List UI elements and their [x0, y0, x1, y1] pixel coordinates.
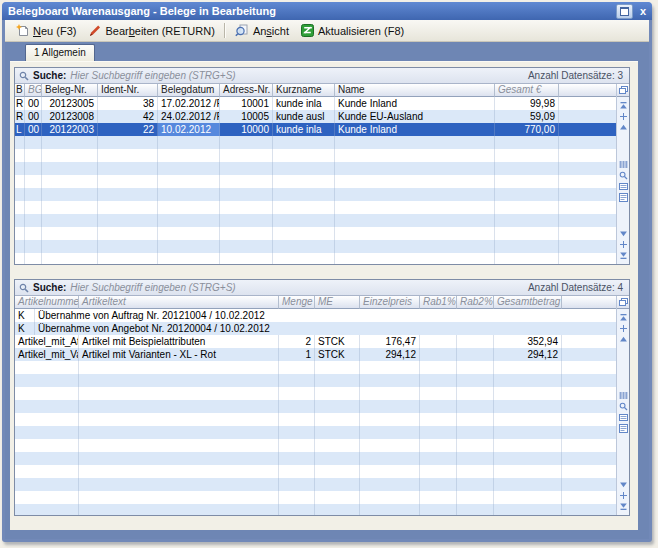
cell-kurzname[interactable]: kunde inla [273, 97, 335, 110]
col-header-einzelpreis[interactable]: Einzelpreis [360, 296, 420, 309]
col-header-rab2[interactable]: Rab2% [457, 296, 494, 309]
cell-name[interactable]: Kunde Inland [335, 123, 495, 136]
cell-note-text[interactable]: Übernahme von Auftrag Nr. 20121004 / 10.… [35, 309, 616, 322]
zoom-icon[interactable] [618, 401, 629, 412]
cell-gesamtbetrag[interactable]: 294,12 [494, 348, 562, 361]
refresh-button[interactable]: Aktualisieren (F8) [295, 22, 410, 39]
col-header-me[interactable]: ME [315, 296, 360, 309]
cell-einzelpreis[interactable]: 176,47 [360, 335, 420, 348]
cell-menge[interactable]: 1 [279, 348, 315, 361]
column-chooser-icon[interactable] [617, 84, 630, 97]
position-note-row[interactable]: K Übernahme von Auftrag Nr. 20121004 / 1… [15, 309, 616, 322]
row-up-icon[interactable] [618, 122, 629, 133]
edit-button[interactable]: Bearbeiten (RETURN) [82, 22, 220, 39]
cell-gesamt[interactable]: 59,09 [495, 110, 559, 123]
col-header-beleg-nr[interactable]: Beleg-Nr. [42, 84, 98, 97]
cell-kurzname[interactable]: kunde inla [273, 123, 335, 136]
goto-last-icon[interactable] [618, 250, 629, 261]
nav-plus-down-icon[interactable] [618, 490, 629, 501]
col-header-rab1[interactable]: Rab1% [420, 296, 457, 309]
cell-b[interactable]: L [15, 123, 25, 136]
col-header-bg[interactable]: BG [25, 84, 42, 97]
cell-b[interactable]: R [15, 110, 25, 123]
cell-bg[interactable]: 00 [25, 97, 42, 110]
cell-me[interactable]: STCK [315, 335, 360, 348]
col-header-gesamtbetrag[interactable]: Gesamtbetrag [494, 296, 562, 309]
cell-bg[interactable]: 00 [25, 110, 42, 123]
goto-first-icon[interactable] [618, 312, 629, 323]
nav-plus-up-icon[interactable] [618, 323, 629, 334]
col-header-menge[interactable]: Menge [279, 296, 315, 309]
cell-k[interactable]: K [15, 309, 35, 322]
position-row[interactable]: Artikel_mit_Attribu Artikel mit Beispiel… [15, 335, 616, 348]
grid-columns-icon[interactable] [618, 159, 629, 170]
row-down-icon[interactable] [618, 228, 629, 239]
cell-b[interactable]: R [15, 97, 25, 110]
nav-plus-up-icon[interactable] [618, 111, 629, 122]
cell-name[interactable]: Kunde EU-Ausland [335, 110, 495, 123]
cell-beleg-nr[interactable]: 20123008 [42, 110, 98, 123]
goto-first-icon[interactable] [618, 100, 629, 111]
cell-rab2[interactable] [457, 348, 494, 361]
cell-artikeltext[interactable]: Artikel mit Beispielattributen [79, 335, 279, 348]
zoom-icon[interactable] [618, 170, 629, 181]
cell-gesamt[interactable]: 99,98 [495, 97, 559, 110]
cell-gesamtbetrag[interactable]: 352,94 [494, 335, 562, 348]
cell-belegdatum[interactable]: 24.02.2012 /Fr [158, 110, 220, 123]
cell-kurzname[interactable]: kunde ausl [273, 110, 335, 123]
col-header-adress-nr[interactable]: Adress-Nr. [220, 84, 273, 97]
cell-k[interactable]: K [15, 322, 35, 335]
row-down-icon[interactable] [618, 479, 629, 490]
col-header-gesamt[interactable]: Gesamt € [495, 84, 559, 97]
cell-ident-nr[interactable]: 42 [98, 110, 158, 123]
position-row[interactable]: Artikel_mit_Variant Artikel mit Variante… [15, 348, 616, 361]
goto-last-icon[interactable] [618, 501, 629, 512]
cell-rab2[interactable] [457, 335, 494, 348]
close-button[interactable]: x [640, 4, 646, 18]
cell-menge[interactable]: 2 [279, 335, 315, 348]
document-row-selected[interactable]: L 00 20122003 22 10.02.2012 10000 kunde … [15, 123, 616, 136]
cell-belegdatum-focused[interactable]: 10.02.2012 [158, 123, 220, 136]
cell-einzelpreis[interactable]: 294,12 [360, 348, 420, 361]
col-header-name[interactable]: Name [335, 84, 495, 97]
document-row[interactable]: R 00 20123005 38 17.02.2012 /Fr 10001 ku… [15, 97, 616, 110]
column-chooser-icon[interactable] [617, 296, 630, 309]
cell-artikelnummer[interactable]: Artikel_mit_Attribu [15, 335, 79, 348]
grid-columns-icon[interactable] [618, 390, 629, 401]
cell-beleg-nr[interactable]: 20123005 [42, 97, 98, 110]
cell-adress-nr[interactable]: 10005 [220, 110, 273, 123]
col-header-belegdatum[interactable]: Belegdatum [158, 84, 220, 97]
list-icon[interactable] [618, 192, 629, 203]
nav-plus-down-icon[interactable] [618, 239, 629, 250]
details-icon[interactable] [618, 412, 629, 423]
col-header-kurzname[interactable]: Kurzname [273, 84, 335, 97]
cell-belegdatum[interactable]: 17.02.2012 /Fr [158, 97, 220, 110]
col-header-artikeltext[interactable]: Artikeltext [79, 296, 279, 309]
cell-adress-nr[interactable]: 10001 [220, 97, 273, 110]
document-row[interactable]: R 00 20123008 42 24.02.2012 /Fr 10005 ku… [15, 110, 616, 123]
details-icon[interactable] [618, 181, 629, 192]
cell-rab1[interactable] [420, 348, 457, 361]
restore-button[interactable] [616, 4, 633, 19]
row-up-icon[interactable] [618, 334, 629, 345]
cell-beleg-nr[interactable]: 20122003 [42, 123, 98, 136]
list-icon[interactable] [618, 423, 629, 434]
cell-ident-nr[interactable]: 22 [98, 123, 158, 136]
cell-ident-nr[interactable]: 38 [98, 97, 158, 110]
cell-bg[interactable]: 00 [25, 123, 42, 136]
view-button[interactable]: Ansicht [229, 22, 295, 39]
cell-artikeltext[interactable]: Artikel mit Varianten - XL - Rot [79, 348, 279, 361]
cell-adress-nr[interactable]: 10000 [220, 123, 273, 136]
col-header-artikelnummer[interactable]: Artikelnummer [15, 296, 79, 309]
new-button[interactable]: Neu (F3) [10, 22, 82, 39]
cell-gesamt[interactable]: 770,00 [495, 123, 559, 136]
col-header-b[interactable]: B [15, 84, 25, 97]
position-note-row[interactable]: K Übernahme von Angebot Nr. 20120004 / 1… [15, 322, 616, 335]
positions-search-input[interactable] [70, 282, 524, 294]
cell-name[interactable]: Kunde Inland [335, 97, 495, 110]
cell-artikelnummer[interactable]: Artikel_mit_Variant [15, 348, 79, 361]
cell-me[interactable]: STCK [315, 348, 360, 361]
cell-rab1[interactable] [420, 335, 457, 348]
tab-allgemein[interactable]: 1 Allgemein [25, 44, 95, 61]
col-header-ident-nr[interactable]: Ident-Nr. [98, 84, 158, 97]
